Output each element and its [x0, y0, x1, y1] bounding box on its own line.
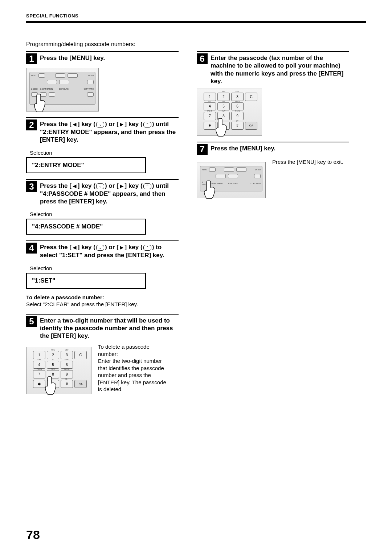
- copyratio-label: COPY RATIO: [84, 88, 94, 90]
- left-triangle-icon: ◄: [72, 182, 78, 190]
- enter-label: ENTER: [88, 74, 94, 77]
- step-number: 1: [26, 53, 37, 64]
- selection-box: "4:PASSCODE # MODE": [26, 219, 146, 235]
- step-title: Enter a two-digit number that will be us…: [40, 316, 179, 340]
- oval-up-button-icon: ⌃: [143, 183, 151, 189]
- keypad-key: 7PQRS: [33, 370, 45, 378]
- copyratio-label: COPY RATIO: [251, 182, 261, 185]
- keypad-key: 5JKL: [217, 102, 230, 111]
- control-panel-figure: MENU ENTER: [26, 68, 99, 112]
- step-3: 3 Press the [◄] key (⌄) or [►] key (⌃) u…: [26, 179, 179, 235]
- selection-label: Selection: [30, 150, 179, 156]
- right-triangle-icon: ►: [119, 244, 125, 251]
- oval-up-button-icon: ⌃: [143, 245, 151, 251]
- keypad-key: 6MNO: [231, 102, 244, 111]
- keypad-key: ✱: [33, 380, 45, 388]
- step-6: 6 Enter the passcode (fax number of the …: [197, 51, 349, 136]
- step-5: 5 Enter a two-digit number that will be …: [26, 314, 179, 394]
- keypad-key: 2ABC: [217, 93, 230, 101]
- right-triangle-icon: ►: [119, 121, 125, 128]
- oval-down-button-icon: ⌄: [96, 183, 104, 189]
- step-title: Press the [◄] key (⌄) or [►] key (⌃) unt…: [40, 181, 179, 206]
- step-title: Press the [MENU] key.: [211, 144, 275, 152]
- step-7: 7 Press the [MENU] key. MENU: [197, 142, 349, 198]
- step-title: Enter the passcode (fax number of the ma…: [211, 53, 349, 85]
- hand-press-icon: [33, 93, 48, 113]
- step-rule: [26, 51, 179, 52]
- left-arrow-button-icon: [55, 73, 65, 78]
- right-arrow-button-icon: [236, 167, 246, 172]
- left-triangle-icon: ◄: [72, 121, 78, 128]
- selection-box: "1:SET": [26, 273, 146, 289]
- t: Press the [: [40, 182, 72, 189]
- t: ] key (: [78, 182, 95, 189]
- step-number: 7: [197, 144, 208, 155]
- numeric-keypad-figure: 12ABC3DEFC4GHI5JKL6MNO7PQRS8TUV9WXYZ✱0#@…: [26, 347, 91, 394]
- note-body: Select "2:CLEAR" and press the [ENTER] k…: [26, 301, 138, 307]
- keypad-key: #@.-: [61, 380, 73, 388]
- keypad-key: CA: [245, 122, 257, 130]
- exposure-label: EXPOSURE: [59, 88, 68, 90]
- up-arrow-button-icon: [59, 80, 69, 84]
- note-head: To delete a passcode number:: [98, 344, 150, 357]
- right-arrow-button-icon: [68, 73, 78, 78]
- step-number: 3: [26, 181, 37, 192]
- esort-label: E-SORT/ SP.FUN: [40, 88, 53, 90]
- note-head: To delete a passcode number:: [26, 294, 104, 300]
- keypad-key: 3DEF: [61, 351, 73, 359]
- section-header: SPECIAL FUNCTIONS: [26, 13, 366, 19]
- down-arrow-button-icon: [47, 80, 57, 84]
- keypad-key: C: [74, 351, 87, 359]
- keypad-grid: 12ABC3DEFC4GHI5JKL6MNO7PQRS8TUV9WXYZ✱0#@…: [33, 351, 87, 388]
- keypad-key: 3DEF: [231, 93, 244, 101]
- menu-button-icon: [38, 73, 45, 78]
- panel-key-icon: [87, 92, 94, 97]
- step-number: 5: [26, 316, 37, 327]
- keypad-key: #@.-: [231, 122, 244, 130]
- selection-box: "2:ENTRY MODE": [26, 157, 146, 173]
- menu-label: MENU: [202, 169, 207, 171]
- step-rule: [26, 240, 179, 241]
- panel-key-icon: [49, 92, 55, 97]
- enter-button-icon: [254, 174, 261, 178]
- step-1: 1 Press the [MENU] key. MENU ENTER: [26, 51, 179, 112]
- keypad-grid: 12ABC3DEFC4GHI5JKL6MNO7PQRS8TUV9WXYZ✱0#@…: [204, 93, 257, 130]
- t: ] key (: [125, 182, 143, 189]
- step-rule: [197, 51, 349, 52]
- note-body: Enter the two-digit number that identifi…: [98, 358, 166, 392]
- step-number: 4: [26, 243, 37, 254]
- two-sided-label: 2-SIDED: [31, 88, 38, 90]
- numeric-keypad-figure: 12ABC3DEFC4GHI5JKL6MNO7PQRS8TUV9WXYZ✱0#@…: [197, 89, 262, 136]
- keypad-key: CA: [74, 380, 87, 388]
- exit-note: Press the [MENU] key to exit.: [272, 158, 345, 166]
- right-triangle-icon: ►: [119, 182, 125, 190]
- keypad-key: 6MNO: [61, 361, 73, 369]
- delete-note: To delete a passcode number: Enter the t…: [98, 343, 171, 393]
- enter-button-icon: [87, 80, 94, 84]
- hand-press-icon: [44, 375, 58, 395]
- step-title: Press the [◄] key (⌄) or [►] key (⌃) unt…: [40, 119, 179, 144]
- keypad-key: 9WXYZ: [231, 112, 244, 120]
- hand-press-icon: [215, 117, 229, 137]
- menu-button-icon: [209, 167, 216, 172]
- t: ) or [: [105, 121, 119, 127]
- step-2: 2 Press the [◄] key (⌄) or [►] key (⌃) u…: [26, 117, 179, 173]
- step-rule: [26, 117, 179, 118]
- keypad-key: C: [245, 93, 257, 101]
- keypad-key: 4GHI: [33, 361, 45, 369]
- keypad-key: 1: [204, 93, 216, 101]
- down-arrow-button-icon: [216, 174, 226, 178]
- keypad-key: 2ABC: [47, 351, 59, 359]
- t: ) or [: [105, 182, 119, 189]
- step-rule: [26, 314, 179, 315]
- t: ] key (: [78, 244, 95, 251]
- selection-label: Selection: [30, 265, 179, 271]
- step-title: Press the [◄] key (⌄) or [►] key (⌃) to …: [40, 243, 179, 259]
- keypad-key: 4GHI: [204, 102, 216, 111]
- left-triangle-icon: ◄: [72, 244, 78, 251]
- oval-down-button-icon: ⌄: [96, 122, 104, 127]
- header-rule: [26, 21, 366, 23]
- exposure-label: EXPOSURE: [228, 182, 237, 185]
- step-rule: [26, 179, 179, 180]
- left-arrow-button-icon: [224, 167, 234, 172]
